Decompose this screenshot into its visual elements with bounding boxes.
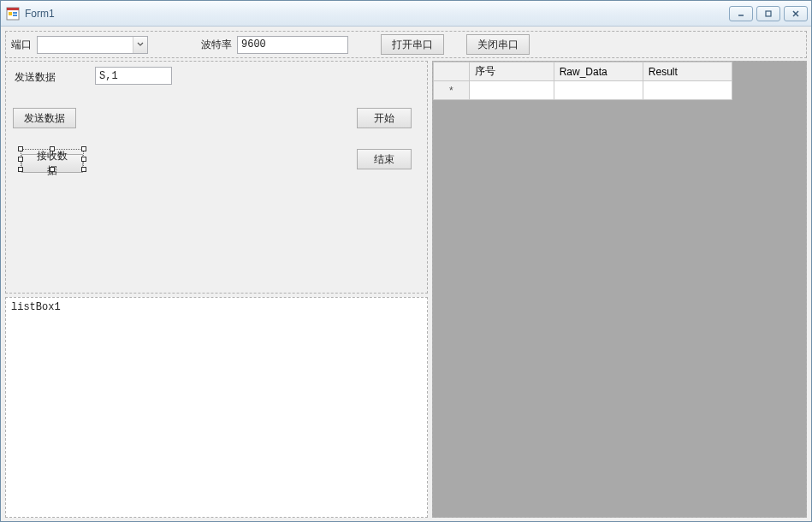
svg-rect-1: [7, 8, 19, 10]
resize-handle-n[interactable]: [50, 146, 55, 151]
window-title: Form1: [25, 8, 729, 20]
send-data-input[interactable]: [95, 67, 172, 85]
app-window: Form1 端口: [0, 0, 812, 522]
baud-label: 波特率: [201, 38, 232, 52]
grid-new-row-marker: *: [434, 81, 470, 100]
grid-col-raw[interactable]: Raw_Data: [554, 62, 643, 81]
baud-input[interactable]: [237, 36, 348, 54]
resize-handle-nw[interactable]: [18, 146, 23, 151]
close-port-button[interactable]: 关闭串口: [466, 34, 530, 55]
resize-handle-ne[interactable]: [81, 146, 86, 151]
listbox-panel: listBox1: [5, 297, 428, 518]
end-button[interactable]: 结束: [357, 149, 412, 169]
grid-col-seq[interactable]: 序号: [469, 62, 554, 81]
grid-new-row[interactable]: *: [434, 81, 732, 100]
app-icon: [6, 7, 20, 21]
right-panel: 序号 Raw_Data Result *: [432, 61, 807, 518]
grid-header-row: 序号 Raw_Data Result: [434, 62, 732, 81]
grid-cell[interactable]: [643, 81, 732, 100]
titlebar: Form1: [1, 1, 811, 27]
svg-rect-4: [13, 15, 17, 16]
resize-handle-e[interactable]: [81, 157, 86, 162]
send-data-button[interactable]: 发送数据: [13, 108, 76, 128]
listbox[interactable]: listBox1: [6, 298, 427, 517]
receive-data-button-selection: 接收数据: [21, 149, 84, 169]
resize-handle-se[interactable]: [81, 167, 86, 172]
svg-rect-3: [13, 12, 17, 14]
close-button[interactable]: [784, 6, 808, 21]
resize-handle-sw[interactable]: [18, 167, 23, 172]
resize-handle-s[interactable]: [50, 167, 55, 172]
top-toolbar: 端口 波特率 打开串口 关闭串口: [5, 31, 807, 58]
grid-col-result[interactable]: Result: [643, 62, 732, 81]
minimize-button[interactable]: [729, 6, 753, 21]
grid-cell[interactable]: [554, 81, 643, 100]
svg-rect-2: [9, 12, 12, 15]
port-combobox[interactable]: [37, 36, 148, 54]
client-area: 端口 波特率 打开串口 关闭串口 发送数据 发送数据: [1, 27, 811, 521]
maximize-button[interactable]: [756, 6, 780, 21]
grid-corner-cell: [434, 62, 470, 81]
data-grid[interactable]: 序号 Raw_Data Result *: [433, 62, 732, 100]
port-label: 端口: [11, 38, 32, 52]
grid-cell[interactable]: [469, 81, 554, 100]
send-data-label: 发送数据: [15, 70, 56, 85]
window-controls: [729, 6, 808, 21]
chevron-down-icon: [133, 37, 147, 53]
resize-handle-w[interactable]: [18, 157, 23, 162]
listbox-item[interactable]: listBox1: [11, 301, 422, 313]
svg-rect-6: [766, 11, 771, 16]
left-panel: 发送数据 发送数据 开始 接收数据 结束: [5, 61, 428, 294]
form-surface: 端口 波特率 打开串口 关闭串口 发送数据 发送数据: [3, 28, 809, 519]
start-button[interactable]: 开始: [357, 108, 412, 128]
open-port-button[interactable]: 打开串口: [381, 34, 444, 55]
